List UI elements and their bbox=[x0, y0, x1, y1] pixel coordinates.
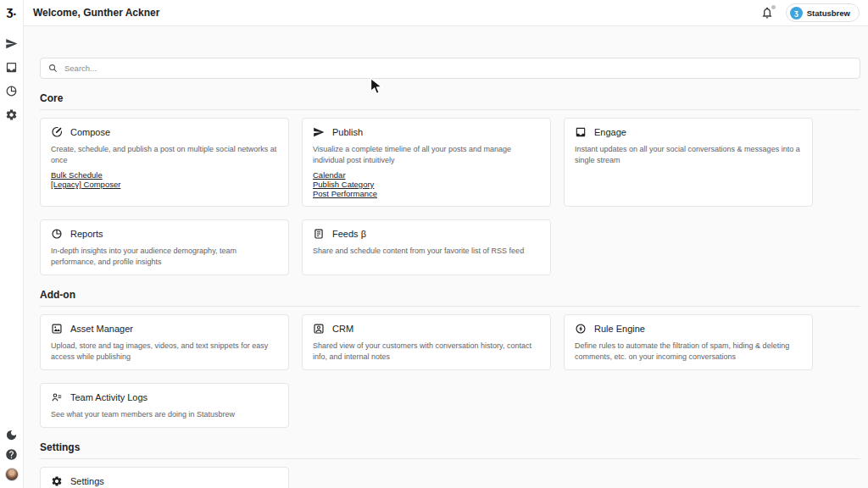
sidebar-nav bbox=[5, 37, 18, 121]
card-title: CRM bbox=[332, 324, 353, 334]
page-title: Welcome, Gunther Ackner bbox=[33, 7, 159, 19]
card-publish[interactable]: Publish Visualize a complete timeline of… bbox=[302, 118, 551, 207]
core-cards-grid: Compose Create, schedule, and publish a … bbox=[40, 118, 860, 275]
card-description: Visualize a complete timeline of all you… bbox=[313, 144, 540, 166]
help-icon bbox=[5, 448, 18, 461]
statusbrew-logo[interactable]: ʒ. bbox=[6, 3, 16, 19]
sidebar-item-publish[interactable] bbox=[5, 37, 18, 50]
card-crm[interactable]: CRM Shared view of your customers with c… bbox=[302, 314, 551, 370]
card-team-activity-logs[interactable]: Team Activity Logs See what your team me… bbox=[40, 383, 289, 428]
inbox-icon bbox=[5, 61, 18, 74]
sidebar-bottom bbox=[5, 429, 19, 481]
card-engage[interactable]: Engage Instant updates on all your socia… bbox=[564, 118, 813, 207]
link-publish-category[interactable]: Publish Category bbox=[313, 180, 540, 189]
card-title: Team Activity Logs bbox=[70, 392, 147, 402]
app-window: ʒ. Welcome, G bbox=[0, 0, 868, 488]
main-area: Welcome, Gunther Ackner ʒ Statusbrew Cor… bbox=[24, 0, 868, 488]
card-reports[interactable]: Reports In-depth insights into your audi… bbox=[40, 219, 289, 275]
card-title: Compose bbox=[70, 127, 110, 137]
notifications-button[interactable] bbox=[760, 6, 774, 19]
card-description: Instant updates on all your social conve… bbox=[575, 144, 802, 166]
sidebar-item-reports[interactable] bbox=[5, 85, 18, 97]
card-title: Settings bbox=[70, 476, 104, 486]
section-core: Core Compose Create, schedule, and publi… bbox=[40, 92, 860, 275]
gear-icon bbox=[5, 108, 18, 121]
search-icon bbox=[48, 64, 58, 73]
card-compose[interactable]: Compose Create, schedule, and publish a … bbox=[40, 118, 289, 207]
pie-chart-icon bbox=[5, 85, 18, 97]
section-addon: Add-on Asset Manager Upload, store and t… bbox=[40, 289, 860, 428]
header-actions: ʒ Statusbrew bbox=[760, 3, 860, 22]
compose-icon bbox=[51, 126, 63, 138]
card-title: Reports bbox=[70, 229, 103, 239]
notification-dot bbox=[771, 5, 776, 9]
moon-icon bbox=[5, 429, 18, 441]
sidebar-item-settings[interactable] bbox=[5, 108, 18, 121]
user-avatar[interactable] bbox=[5, 468, 19, 481]
section-heading-core: Core bbox=[40, 92, 860, 110]
settings-cards-grid: Settings Manage all your organization's … bbox=[40, 467, 860, 488]
dark-mode-toggle[interactable] bbox=[5, 429, 18, 441]
card-description: Create, schedule, and publish a post on … bbox=[51, 144, 278, 166]
link-bulk-schedule[interactable]: Bulk Schedule bbox=[51, 171, 278, 180]
search-bar[interactable] bbox=[40, 58, 860, 79]
card-title: Publish bbox=[332, 127, 363, 137]
search-input[interactable] bbox=[63, 63, 852, 74]
link-post-performance[interactable]: Post Performance bbox=[313, 190, 540, 198]
top-header: Welcome, Gunther Ackner ʒ Statusbrew bbox=[24, 0, 868, 26]
gear-icon bbox=[51, 475, 63, 487]
content: Core Compose Create, schedule, and publi… bbox=[24, 26, 868, 488]
org-switcher[interactable]: ʒ Statusbrew bbox=[786, 3, 860, 22]
contact-icon bbox=[313, 323, 325, 335]
section-heading-settings: Settings bbox=[40, 441, 860, 459]
statusbrew-mark-icon: ʒ bbox=[790, 7, 803, 19]
sidebar: ʒ. bbox=[0, 0, 24, 488]
image-icon bbox=[51, 323, 63, 335]
card-description: Shared view of your customers with conve… bbox=[313, 341, 540, 363]
card-description: See what your team members are doing in … bbox=[51, 409, 278, 420]
team-logs-icon bbox=[51, 391, 63, 403]
org-name: Statusbrew bbox=[807, 8, 850, 18]
pie-chart-icon bbox=[51, 228, 63, 240]
card-title: Feeds β bbox=[332, 229, 366, 239]
section-heading-addon: Add-on bbox=[40, 289, 860, 307]
card-feeds[interactable]: Feeds β Share and schedule content from … bbox=[302, 219, 551, 275]
send-icon bbox=[313, 126, 325, 138]
inbox-icon bbox=[575, 126, 587, 138]
card-settings[interactable]: Settings Manage all your organization's … bbox=[40, 467, 289, 488]
send-icon bbox=[5, 37, 18, 50]
card-rule-engine[interactable]: Rule Engine Define rules to automate the… bbox=[564, 314, 813, 370]
sidebar-item-engage[interactable] bbox=[5, 61, 18, 74]
card-title: Asset Manager bbox=[70, 324, 133, 334]
section-settings: Settings Settings Manage all your organi… bbox=[40, 441, 860, 488]
card-title: Engage bbox=[594, 127, 626, 137]
feeds-icon bbox=[313, 228, 325, 240]
card-description: Define rules to automate the filtration … bbox=[575, 341, 802, 363]
link-legacy-composer[interactable]: [Legacy] Composer bbox=[51, 180, 278, 189]
card-description: Upload, store and tag images, videos, an… bbox=[51, 341, 278, 363]
card-asset-manager[interactable]: Asset Manager Upload, store and tag imag… bbox=[40, 314, 289, 370]
link-calendar[interactable]: Calendar bbox=[313, 171, 540, 180]
bolt-icon bbox=[575, 323, 587, 335]
card-description: Share and schedule content from your fav… bbox=[313, 246, 540, 257]
card-links: Calendar Publish Category Post Performan… bbox=[313, 171, 540, 198]
help-button[interactable] bbox=[5, 448, 18, 461]
card-links: Bulk Schedule [Legacy] Composer bbox=[51, 171, 278, 189]
card-title: Rule Engine bbox=[594, 324, 645, 334]
card-description: In-depth insights into your audience dem… bbox=[51, 246, 278, 268]
addon-cards-grid: Asset Manager Upload, store and tag imag… bbox=[40, 314, 860, 428]
